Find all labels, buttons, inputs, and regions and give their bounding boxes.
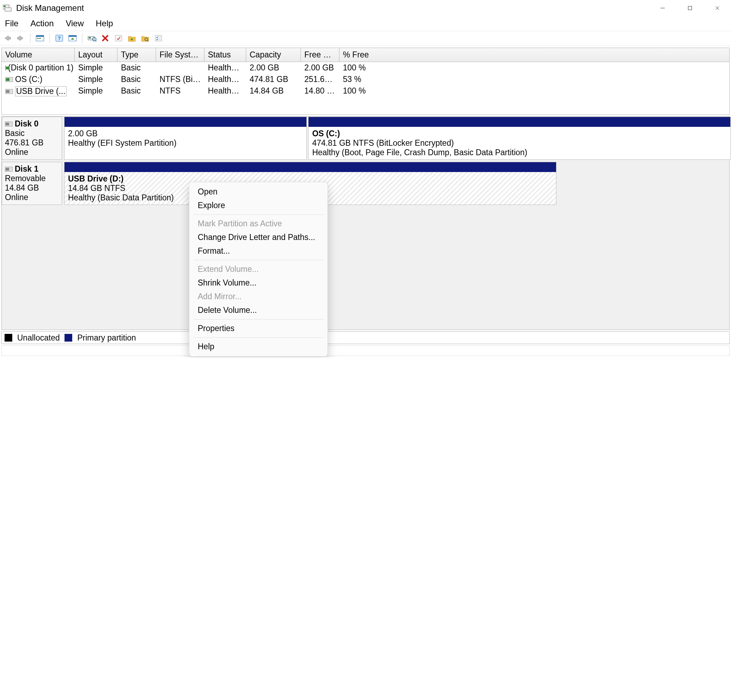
disk-capacity: 476.81 GB bbox=[5, 138, 59, 148]
partition-size: 474.81 GB NTFS (BitLocker Encrypted) bbox=[312, 138, 727, 148]
disk-icon bbox=[5, 89, 13, 94]
column-header-capacity[interactable]: Capacity bbox=[246, 48, 301, 62]
disk-row: Disk 1Removable14.84 GBOnlineUSB Drive (… bbox=[2, 162, 729, 207]
column-header-freespace[interactable]: Free Spa... bbox=[301, 48, 339, 62]
column-header-layout[interactable]: Layout bbox=[75, 48, 117, 62]
help-button[interactable]: ? bbox=[53, 32, 65, 44]
volume-capacity: 14.84 GB bbox=[246, 86, 301, 97]
column-header-status[interactable]: Status bbox=[204, 48, 246, 62]
menu-help[interactable]: Help bbox=[94, 18, 115, 29]
partition-block[interactable]: 2.00 GBHealthy (EFI System Partition) bbox=[64, 117, 307, 160]
disk-status: Online bbox=[5, 148, 59, 157]
column-header-type[interactable]: Type bbox=[117, 48, 156, 62]
volume-status: Healthy (E... bbox=[204, 63, 246, 73]
nav-forward-button[interactable] bbox=[15, 32, 26, 44]
context-menu-item: Add Mirror... bbox=[189, 290, 327, 303]
partition-size: 2.00 GB bbox=[68, 129, 303, 138]
volume-row[interactable]: OS (C:)SimpleBasicNTFS (BitLo...Healthy … bbox=[2, 73, 729, 85]
disk-icon bbox=[5, 122, 13, 126]
legend-swatch-primary bbox=[65, 334, 72, 341]
svg-rect-10 bbox=[39, 38, 41, 39]
status-bar bbox=[1, 346, 730, 356]
partition-title: OS (C:) bbox=[312, 129, 727, 138]
volume-row[interactable]: (Disk 0 partition 1)SimpleBasicHealthy (… bbox=[2, 62, 729, 73]
menu-action[interactable]: Action bbox=[28, 18, 56, 29]
context-menu: OpenExploreMark Partition as ActiveChang… bbox=[189, 182, 328, 357]
disk-capacity: 14.84 GB bbox=[5, 183, 59, 193]
volume-name: (Disk 0 partition 1) bbox=[8, 63, 73, 73]
svg-line-19 bbox=[95, 40, 97, 41]
svg-rect-14 bbox=[69, 35, 76, 37]
context-menu-item[interactable]: Delete Volume... bbox=[189, 303, 327, 317]
partition-color-bar bbox=[65, 162, 556, 172]
svg-rect-22 bbox=[115, 35, 122, 41]
disk-type: Basic bbox=[5, 129, 59, 138]
menu-view[interactable]: View bbox=[63, 18, 86, 29]
context-menu-item[interactable]: Format... bbox=[189, 244, 327, 258]
disk-type: Removable bbox=[5, 174, 59, 183]
svg-rect-2 bbox=[5, 8, 11, 11]
disk-info-panel[interactable]: Disk 1Removable14.84 GBOnline bbox=[2, 162, 62, 205]
partition-color-bar bbox=[308, 117, 730, 127]
svg-rect-25 bbox=[155, 35, 161, 41]
context-menu-separator bbox=[194, 337, 323, 338]
volume-freespace: 251.63 GB bbox=[301, 74, 339, 85]
partition-container: 2.00 GBHealthy (EFI System Partition)OS … bbox=[62, 117, 729, 160]
minimize-button[interactable] bbox=[649, 0, 676, 16]
partition-container: USB Drive (D:)14.84 GB NTFSHealthy (Basi… bbox=[62, 162, 729, 205]
rescan-button[interactable] bbox=[86, 32, 98, 44]
svg-rect-4 bbox=[688, 6, 692, 10]
show-console-button[interactable] bbox=[34, 32, 46, 44]
column-header-filesystem[interactable]: File System bbox=[156, 48, 204, 62]
volume-filesystem bbox=[156, 63, 204, 73]
volume-type: Basic bbox=[117, 74, 156, 85]
maximize-button[interactable] bbox=[676, 0, 704, 16]
window-controls bbox=[649, 0, 731, 16]
app-icon bbox=[2, 4, 13, 12]
action-button[interactable] bbox=[67, 32, 79, 44]
context-menu-item[interactable]: Properties bbox=[189, 322, 327, 335]
disk-name: Disk 0 bbox=[15, 119, 38, 129]
volume-pctfree: 53 % bbox=[339, 74, 382, 85]
legend-label-primary: Primary partition bbox=[77, 333, 136, 343]
context-menu-item[interactable]: Explore bbox=[189, 199, 327, 212]
volume-status: Healthy (B... bbox=[204, 74, 246, 85]
checklist-button[interactable] bbox=[153, 32, 164, 44]
menu-file[interactable]: File bbox=[3, 18, 21, 29]
svg-rect-17 bbox=[89, 37, 91, 38]
context-menu-item[interactable]: Help bbox=[189, 340, 327, 353]
disk-row: Disk 0Basic476.81 GBOnline2.00 GBHealthy… bbox=[2, 117, 729, 162]
volume-filesystem: NTFS (BitLo... bbox=[156, 74, 204, 85]
column-header-pctfree[interactable]: % Free bbox=[339, 48, 382, 62]
context-menu-item[interactable]: Shrink Volume... bbox=[189, 276, 327, 290]
close-button[interactable] bbox=[704, 0, 731, 16]
svg-text:?: ? bbox=[58, 35, 61, 41]
partition-status: Healthy (EFI System Partition) bbox=[68, 138, 303, 148]
disk-icon bbox=[5, 167, 13, 172]
menu-bar: File Action View Help bbox=[0, 16, 731, 31]
volume-layout: Simple bbox=[75, 63, 117, 73]
context-menu-separator bbox=[194, 319, 323, 319]
svg-rect-9 bbox=[37, 38, 38, 39]
context-menu-item[interactable]: Open bbox=[189, 185, 327, 199]
folder-search-button[interactable] bbox=[139, 32, 151, 44]
volume-row[interactable]: USB Drive (...SimpleBasicNTFSHealthy (B.… bbox=[2, 85, 729, 97]
volume-capacity: 2.00 GB bbox=[246, 63, 301, 73]
partition-block[interactable]: OS (C:)474.81 GB NTFS (BitLocker Encrypt… bbox=[308, 117, 731, 160]
volume-status: Healthy (B... bbox=[204, 86, 246, 97]
volume-type: Basic bbox=[117, 86, 156, 97]
properties-button[interactable] bbox=[113, 32, 125, 44]
delete-button[interactable] bbox=[99, 32, 111, 44]
nav-back-button[interactable] bbox=[1, 32, 13, 44]
column-header-volume[interactable]: Volume bbox=[2, 48, 75, 62]
volume-layout: Simple bbox=[75, 74, 117, 85]
folder-up-button[interactable] bbox=[126, 32, 138, 44]
volume-capacity: 474.81 GB bbox=[246, 74, 301, 85]
context-menu-item[interactable]: Change Drive Letter and Paths... bbox=[189, 230, 327, 244]
partition-color-bar bbox=[65, 117, 307, 127]
partition-status: Healthy (Boot, Page File, Crash Dump, Ba… bbox=[312, 148, 727, 157]
disk-info-panel[interactable]: Disk 0Basic476.81 GBOnline bbox=[2, 117, 62, 160]
context-menu-separator bbox=[194, 260, 323, 260]
title-bar: Disk Management bbox=[0, 0, 731, 16]
disk-icon bbox=[5, 77, 13, 82]
